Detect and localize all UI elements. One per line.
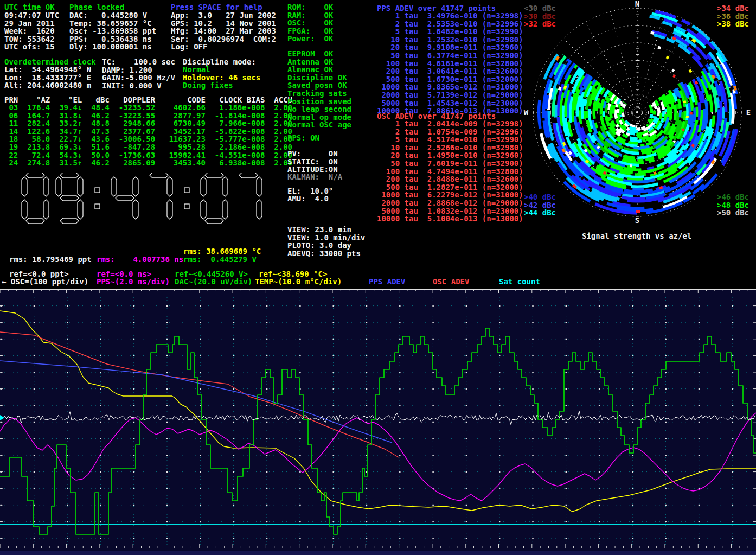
position-lines: Lat: 54.4964948° N Lon: 18.4333777° E Al… bbox=[4, 66, 91, 90]
help-hint: Press SPACE for help bbox=[171, 3, 262, 11]
strip-chart-plot-area[interactable] bbox=[0, 289, 756, 555]
discipline-normal: Normal bbox=[183, 66, 210, 74]
legend-osc-adev: OSC ADEV bbox=[433, 278, 469, 286]
lady-heather-screen: UTC time OK 09:47:07 UTC 29 Jan 2011 Wee… bbox=[0, 0, 756, 555]
receiver-status-lines: EEPROM OK Antenna OK Almanac OK Discipli… bbox=[287, 50, 351, 129]
signal-strength-map: NESW bbox=[518, 0, 756, 227]
utc-status-title: UTC time OK bbox=[4, 3, 55, 11]
amu-mask: AMU: 4.0 bbox=[287, 195, 329, 203]
compass-label: E bbox=[746, 108, 751, 117]
compass-label: W bbox=[524, 108, 529, 117]
loop-lines: TC: 100.0 sec DAMP: 1.200 GAIN:-5.000 Hz… bbox=[102, 58, 175, 90]
discipline-fixes: Doing fixes bbox=[183, 81, 233, 90]
legend-pps-adev: PPS ADEV bbox=[369, 278, 405, 286]
rms-dac: rms: 0.445279 V bbox=[183, 256, 257, 264]
selftest-lines: ROM: OK RAM: OK OSC: OK FPGA: OK Power: … bbox=[287, 3, 333, 43]
kalman-flag: KALMAN: N/A bbox=[287, 173, 342, 181]
sat-table-rows: 03 176.4 39.4↓ 48.4 -3235.52 4602.66 1.1… bbox=[4, 104, 292, 167]
pps-state: PPS: ON bbox=[287, 134, 319, 142]
osc-adev-rows: 1 tau 2.0414e-009 (n=32998) 2 tau 1.0754… bbox=[377, 120, 523, 223]
fix-flags-lines: PV: ON STATIC: ON ALTITUDE:ON bbox=[287, 150, 338, 174]
utc-status-lines: 09:47:07 UTC 29 Jan 2011 Week: 1620 TOW:… bbox=[4, 11, 59, 51]
signal-map-caption: Signal strength vs az/el bbox=[582, 232, 691, 240]
legend-sat-count: Sat count bbox=[499, 278, 540, 286]
rms-osc: rms: 18.795469 ppt bbox=[9, 256, 92, 264]
compass-label: N bbox=[635, 0, 639, 8]
digital-clock bbox=[16, 173, 277, 227]
compass-label: S bbox=[635, 216, 639, 225]
rms-pps: rms: 4.007736 ns bbox=[97, 256, 183, 264]
view-queue-lines: VIEW: 23.0 min VIEW: 1.0 min/div PLOTQ: … bbox=[287, 226, 365, 257]
phase-status-title: Phase locked bbox=[69, 3, 124, 11]
scale-osc: ← OSC=(100 ppt/div) bbox=[2, 278, 88, 286]
version-lines: App: 3.0 27 Jun 2002 GPS: 10.2 14 Nov 20… bbox=[171, 11, 276, 51]
scale-temp: TEMP~(10.0 m°C/div) bbox=[255, 278, 342, 286]
scale-pps: PPS~(2.0 ns/div) bbox=[97, 278, 170, 286]
rms-temp: rms: 38.669689 °C bbox=[183, 247, 261, 256]
pps-adev-rows: 1 tau 3.4976e-010 (n=32998) 2 tau 2.5353… bbox=[377, 12, 523, 115]
scale-dac: DAC~(20.0 uV/div) bbox=[175, 278, 252, 286]
phase-status-lines: DAC: 0.445280 V Temp: 38.659657 °C Osc↑ … bbox=[69, 11, 156, 51]
